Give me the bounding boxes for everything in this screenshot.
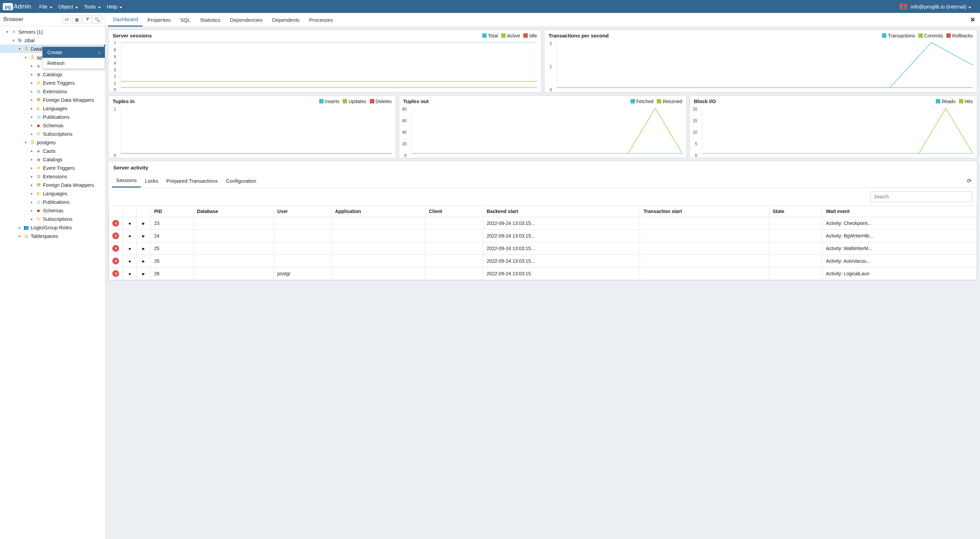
context-submenu: Database... xyxy=(105,47,105,59)
context-refresh[interactable]: Refresh xyxy=(43,58,105,69)
tree-item[interactable]: ▸◈Casts xyxy=(0,147,105,155)
menu-help[interactable]: Help xyxy=(107,4,122,10)
tab-dashboard[interactable]: Dashboard xyxy=(108,13,143,27)
search-icon[interactable]: 🔍 xyxy=(93,15,102,24)
tree-item[interactable]: ▸◆Schemas xyxy=(0,206,105,215)
subtab-prepared[interactable]: Prepared Transactions xyxy=(162,175,222,187)
cancel-icon[interactable]: ✕ xyxy=(112,220,119,227)
database-icon: 🗄 xyxy=(29,140,35,145)
subscription-icon: ↻ xyxy=(35,216,41,221)
cancel-icon[interactable]: ✕ xyxy=(112,245,119,252)
stop-icon[interactable]: ■ xyxy=(126,245,133,252)
table-row[interactable]: ✕ ■ ▶ 28 postgr 2022-09-24 13:03:15 Acti… xyxy=(109,267,977,280)
table-row[interactable]: ✕ ■ ▶ 26 2022-09-24 13:03:15... Activity… xyxy=(109,255,977,267)
tree-item[interactable]: ▸◆Schemas xyxy=(0,121,105,130)
expand-icon[interactable]: ▶ xyxy=(140,270,147,277)
tree-item[interactable]: ▸⧉Extensions xyxy=(0,172,105,181)
menu-file[interactable]: File xyxy=(39,4,52,10)
col-database[interactable]: Database xyxy=(193,206,274,217)
sidebar: Browser ⛁ ▦ ⧩ 🔍 ▾≡Servers (1) ▾🐘zibal ▾🗄… xyxy=(0,13,105,539)
stop-icon[interactable]: ■ xyxy=(126,270,133,277)
tree-item[interactable]: ▸⚡Event Triggers xyxy=(0,79,105,87)
filter-icon[interactable]: ⧩ xyxy=(83,15,92,24)
tree-item[interactable]: ▸◉Catalogs xyxy=(0,155,105,164)
tab-dependencies[interactable]: Dependencies xyxy=(225,14,267,26)
col-state[interactable]: State xyxy=(769,206,822,217)
stop-icon[interactable]: ■ xyxy=(126,220,133,227)
catalogs-icon: ◉ xyxy=(35,72,41,77)
refresh-icon[interactable]: ⟳ xyxy=(965,176,974,186)
catalogs-icon: ◉ xyxy=(35,157,41,162)
col-wait-event[interactable]: Wait event xyxy=(822,206,977,217)
col-pid[interactable]: PID xyxy=(151,206,194,217)
chart-sessions: 76543210 xyxy=(108,41,541,92)
col-user[interactable]: User xyxy=(274,206,331,217)
tree-item[interactable]: ▸⚡Event Triggers xyxy=(0,164,105,172)
expand-icon[interactable]: ▶ xyxy=(140,232,147,239)
table-row[interactable]: ✕ ■ ▶ 23 2022-09-24 13:03:15... Activity… xyxy=(109,217,977,230)
context-create[interactable]: Create › xyxy=(43,47,105,58)
tree-item[interactable]: ▸⧉Extensions xyxy=(0,87,105,95)
chevron-down-icon xyxy=(75,4,78,10)
tree-item[interactable]: ▸⛃Foreign Data Wrappers xyxy=(0,181,105,189)
cell-pid: 26 xyxy=(151,255,194,267)
cell-state xyxy=(769,230,822,242)
cancel-icon[interactable]: ✕ xyxy=(112,270,119,277)
stop-icon[interactable]: ■ xyxy=(126,232,133,239)
fdw-icon: ⛃ xyxy=(35,182,41,188)
subtab-sessions[interactable]: Sessions xyxy=(112,174,141,188)
cancel-icon[interactable]: ✕ xyxy=(112,232,119,239)
table-row[interactable]: ✕ ■ ▶ 25 2022-09-24 13:03:15... Activity… xyxy=(109,242,977,255)
legend: Inserts Updates Deletes xyxy=(319,99,392,104)
tree-item[interactable]: ▸◎Publications xyxy=(0,198,105,206)
subtab-config[interactable]: Configuration xyxy=(222,175,260,187)
swatch-icon xyxy=(319,99,324,103)
language-icon: ◐ xyxy=(35,106,41,111)
cancel-icon[interactable]: ✕ xyxy=(112,258,119,264)
tree-item[interactable]: ▸◐Languages xyxy=(0,104,105,113)
tab-dependents[interactable]: Dependents xyxy=(267,14,305,26)
tablespace-icon: 🗂 xyxy=(23,234,29,238)
tab-processes[interactable]: Processes xyxy=(305,14,338,26)
tree-db-postgres[interactable]: ▾🗄postgres xyxy=(0,138,105,147)
tree-item[interactable]: ▸↻Subscriptions xyxy=(0,130,105,138)
menu-tools[interactable]: Tools xyxy=(84,4,101,10)
col-application[interactable]: Application xyxy=(331,206,425,217)
cell-app xyxy=(331,255,425,267)
col-backend-start[interactable]: Backend start xyxy=(483,206,640,217)
table-row[interactable]: ✕ ■ ▶ 24 2022-09-24 13:03:15... Activity… xyxy=(109,230,977,242)
object-tree: ▾≡Servers (1) ▾🐘zibal ▾🗄Databases (2) ▾🗄… xyxy=(0,26,105,539)
col-client[interactable]: Client xyxy=(425,206,483,217)
tab-properties[interactable]: Properties xyxy=(143,14,175,26)
expand-icon[interactable]: ▶ xyxy=(140,258,147,264)
view-data-icon[interactable]: ▦ xyxy=(73,15,81,24)
subtab-locks[interactable]: Locks xyxy=(141,175,162,187)
chart-tuples-out: 806040200 xyxy=(399,107,686,158)
tree-item[interactable]: ▸◉Catalogs xyxy=(0,70,105,79)
expand-icon[interactable]: ▶ xyxy=(140,220,147,227)
close-icon[interactable]: ✕ xyxy=(968,16,977,24)
menu-object[interactable]: Object xyxy=(59,4,78,10)
panel-tuples-in: Tuples in Inserts Updates Deletes 10 xyxy=(108,95,396,158)
tab-statistics[interactable]: Statistics xyxy=(195,14,225,26)
chevron-down-icon xyxy=(968,4,971,10)
tree-login-roles[interactable]: ▸👥Login/Group Roles xyxy=(0,223,105,232)
expand-icon[interactable]: ▶ xyxy=(140,245,147,252)
tree-tablespaces[interactable]: ▸🗂Tablespaces xyxy=(0,232,105,240)
stop-icon[interactable]: ■ xyxy=(126,258,133,264)
tab-sql[interactable]: SQL xyxy=(176,14,195,26)
query-tool-icon[interactable]: ⛁ xyxy=(62,15,71,24)
tree-item[interactable]: ▸↻Subscriptions xyxy=(0,215,105,223)
col-transaction-start[interactable]: Transaction start xyxy=(640,206,769,217)
cell-txn xyxy=(640,267,769,280)
cell-app xyxy=(331,267,425,280)
user-menu[interactable]: 👤 info@proglib.io (internal) xyxy=(900,4,971,10)
tree-server[interactable]: ▾🐘zibal xyxy=(0,36,105,45)
cell-pid: 23 xyxy=(151,217,194,230)
search-input[interactable] xyxy=(870,191,972,202)
tree-servers[interactable]: ▾≡Servers (1) xyxy=(0,27,105,36)
cell-app xyxy=(331,217,425,230)
tree-item[interactable]: ▸⛃Foreign Data Wrappers xyxy=(0,95,105,104)
tree-item[interactable]: ▸◎Publications xyxy=(0,113,105,121)
tree-item[interactable]: ▸◐Languages xyxy=(0,189,105,198)
